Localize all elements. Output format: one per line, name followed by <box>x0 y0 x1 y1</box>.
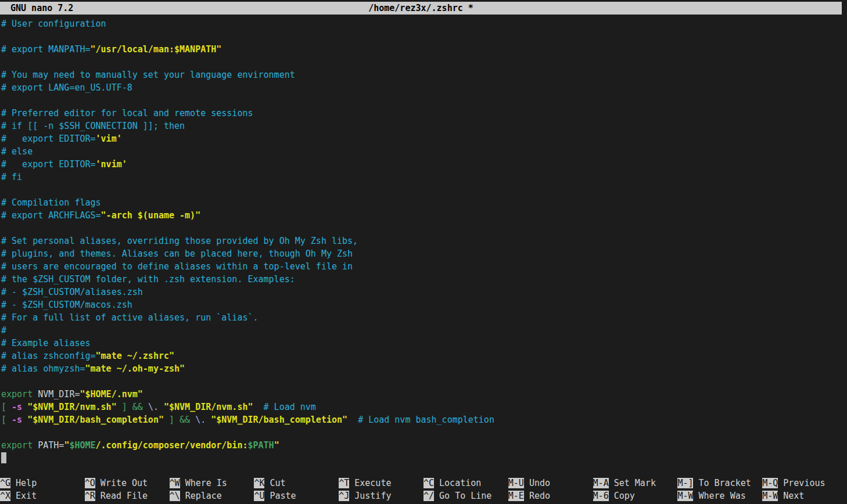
editor-line[interactable]: # export EDITOR='nvim' <box>1 158 847 171</box>
code-segment-comment: # Load nvm bash_completion <box>358 415 494 425</box>
shortcut-label: Justify <box>349 491 391 501</box>
code-segment-txt <box>117 402 122 412</box>
shortcut-to-bracket[interactable]: M-]To Bracket <box>677 477 762 489</box>
code-segment-comment: # if [[ -n $SSH_CONNECTION ]]; then <box>1 121 185 131</box>
code-segment-txt <box>6 402 12 412</box>
code-segment-comment: # fi <box>1 172 22 182</box>
editor-line[interactable]: # You may need to manually set your lang… <box>1 69 847 81</box>
editor-line[interactable]: # if [[ -n $SSH_CONNECTION ]]; then <box>1 120 847 132</box>
shortcut-label: Read File <box>95 491 148 501</box>
editor-line[interactable] <box>1 375 847 388</box>
shortcut-paste[interactable]: ^UPaste <box>254 489 339 502</box>
code-segment-txt <box>6 415 12 425</box>
shortcut-set-mark[interactable]: M-ASet Mark <box>593 477 678 489</box>
editor-line[interactable] <box>1 222 847 235</box>
editor-line[interactable]: # For a full list of active aliases, run… <box>1 311 847 324</box>
shortcut-where-is[interactable]: ^WWhere Is <box>170 477 254 489</box>
code-segment-comment: # alias zshconfig= <box>1 351 96 361</box>
editor-line[interactable]: # Example aliases <box>1 337 847 350</box>
editor-line[interactable]: export NVM_DIR="$HOME/.nvm" <box>1 388 847 401</box>
editor-line[interactable]: # - $ZSH_CUSTOM/aliases.zsh <box>1 286 847 298</box>
editor-line[interactable] <box>1 183 847 196</box>
code-segment-comment: # - $ZSH_CUSTOM/macos.zsh <box>1 300 132 310</box>
editor[interactable]: # User configuration# export MANPATH="/u… <box>1 17 847 465</box>
code-segment-comment: # Compilation flags <box>1 197 101 208</box>
editor-line[interactable]: # <box>1 324 847 337</box>
editor-line[interactable]: export PATH="$HOME/.config/composer/vend… <box>1 439 847 452</box>
editor-line[interactable]: [ -s "$NVM_DIR/nvm.sh" ] && \. "$NVM_DIR… <box>1 401 847 413</box>
code-segment-kw: ] <box>169 415 174 425</box>
editor-line[interactable]: # alias zshconfig="mate ~/.zshrc" <box>1 350 847 362</box>
shortcut-undo[interactable]: M-UUndo <box>508 477 593 489</box>
code-segment-txt <box>164 415 169 425</box>
editor-line[interactable]: # else <box>1 145 847 158</box>
shortcut-label: Set Mark <box>609 478 656 488</box>
shortcut-go-to-line[interactable]: ^/Go To Line <box>424 489 508 502</box>
shortcut-next[interactable]: M-WNext <box>762 489 847 502</box>
shortcut-label: Where Is <box>180 478 227 488</box>
editor-line[interactable]: # alias ohmyzsh="mate ~/.oh-my-zsh" <box>1 362 847 375</box>
code-segment-comment: # Example aliases <box>1 338 91 348</box>
shortcut-redo[interactable]: M-ERedo <box>508 489 593 502</box>
editor-line[interactable]: # export MANPATH="/usr/local/man:$MANPAT… <box>1 43 847 56</box>
code-segment-kw: ] <box>122 402 127 412</box>
shortcut-location[interactable]: ^CLocation <box>424 477 508 489</box>
shortcut-read-file[interactable]: ^RRead File <box>85 489 170 502</box>
editor-line[interactable]: # User configuration <box>1 17 847 30</box>
code-segment-string: 'vim' <box>96 134 122 144</box>
editor-line[interactable]: [ -s "$NVM_DIR/bash_completion" ] && \. … <box>1 413 847 426</box>
editor-line[interactable] <box>1 94 847 107</box>
editor-line[interactable]: # export EDITOR='vim' <box>1 132 847 145</box>
shortcut-label: Location <box>434 478 481 488</box>
shortcut-previous[interactable]: M-QPrevious <box>762 477 847 489</box>
shortcut-replace[interactable]: ^\Replace <box>170 489 254 502</box>
editor-line[interactable] <box>1 426 847 439</box>
shortcut-label: Replace <box>180 491 222 501</box>
code-segment-string: " <box>274 440 279 451</box>
editor-line[interactable]: # export LANG=en_US.UTF-8 <box>1 81 847 94</box>
shortcut-exit[interactable]: ^XExit <box>0 489 85 502</box>
editor-line[interactable]: # users are encouraged to define aliases… <box>1 260 847 273</box>
editor-line[interactable]: # Set personal aliases, overriding those… <box>1 235 847 247</box>
shortcut-label: Execute <box>349 478 391 488</box>
editor-line[interactable]: # plugins, and themes. Aliases can be pl… <box>1 247 847 260</box>
shortcut-label: Go To Line <box>434 491 491 501</box>
editor-line[interactable]: # Compilation flags <box>1 196 847 209</box>
code-segment-txt <box>22 402 27 412</box>
shortcut-write-out[interactable]: ^OWrite Out <box>85 477 170 489</box>
shortcut-help[interactable]: ^GHelp <box>0 477 85 489</box>
code-segment-string: /.config/composer/vendor/bin: <box>96 440 248 451</box>
shortcut-key: ^U <box>254 491 264 501</box>
code-segment-comment: # User configuration <box>1 19 106 29</box>
code-segment-comment: # the $ZSH_CUSTOM folder, with .zsh exte… <box>1 274 295 285</box>
shortcut-justify[interactable]: ^JJustify <box>339 489 424 502</box>
editor-line[interactable]: # Preferred editor for local and remote … <box>1 107 847 120</box>
code-segment-kw: && <box>180 415 190 425</box>
editor-line[interactable] <box>1 30 847 43</box>
code-segment-string: "$HOME/.nvm" <box>80 389 142 399</box>
editor-line[interactable]: # export ARCHFLAGS="-arch $(uname -m)" <box>1 209 847 222</box>
shortcut-where-was[interactable]: M-WWhere Was <box>677 489 762 502</box>
editor-line[interactable] <box>1 452 847 465</box>
shortcut-label: Exit <box>10 491 37 501</box>
shortcut-execute[interactable]: ^TExecute <box>339 477 424 489</box>
editor-line[interactable]: # fi <box>1 171 847 183</box>
shortcut-copy[interactable]: M-6Copy <box>593 489 678 502</box>
code-segment-txt <box>253 402 264 412</box>
shortcut-cut[interactable]: ^KCut <box>254 477 339 489</box>
shortcut-row: ^GHelp^OWrite Out^WWhere Is^KCut^TExecut… <box>0 477 847 489</box>
editor-line[interactable]: # - $ZSH_CUSTOM/macos.zsh <box>1 298 847 311</box>
shortcut-bar: ^GHelp^OWrite Out^WWhere Is^KCut^TExecut… <box>0 477 847 502</box>
code-segment-txt: PATH= <box>33 440 64 451</box>
shortcut-key: M-U <box>508 478 524 488</box>
shortcut-label: Copy <box>609 491 635 501</box>
code-segment-txt <box>143 402 148 412</box>
shortcut-key: M-W <box>762 491 778 501</box>
code-segment-string: "/usr/local/man:$MANPATH" <box>91 44 222 55</box>
code-segment-kw: && <box>132 402 143 412</box>
editor-line[interactable] <box>1 56 847 69</box>
editor-line[interactable]: # the $ZSH_CUSTOM folder, with .zsh exte… <box>1 273 847 286</box>
code-segment-var: $PATH <box>247 440 274 451</box>
code-segment-comment: # alias ohmyzsh= <box>1 363 85 374</box>
code-segment-string: "mate ~/.zshrc" <box>96 351 174 361</box>
